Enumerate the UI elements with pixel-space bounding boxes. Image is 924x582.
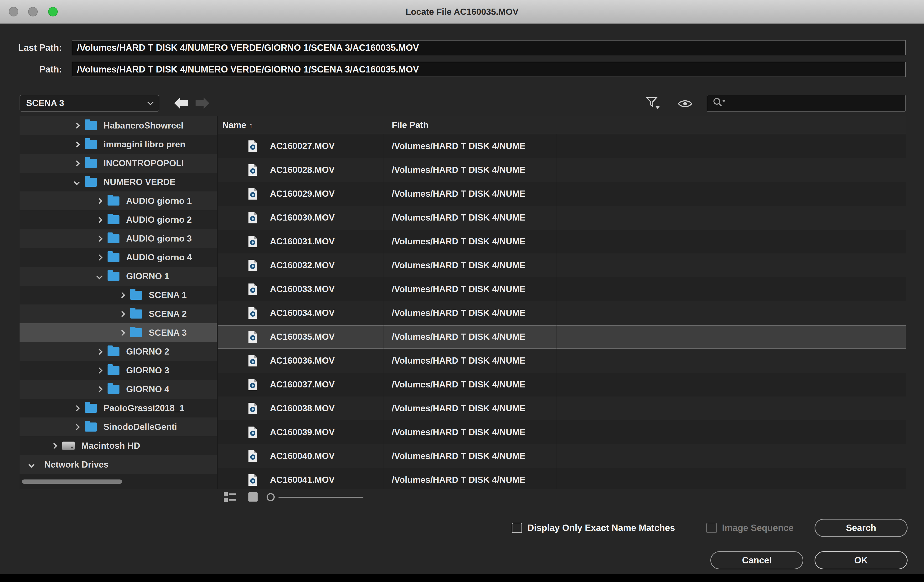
chevron-right-icon[interactable]	[93, 210, 106, 229]
file-row[interactable]: AC160036.MOV/Volumes/HARD T DISK 4/NUME	[218, 349, 906, 373]
horizontal-scrollbar[interactable]	[22, 480, 122, 484]
chevron-right-icon[interactable]	[71, 135, 83, 154]
folder-icon	[130, 328, 142, 337]
tree-item-immagini-libro-pren[interactable]: immagini libro pren	[20, 135, 217, 154]
file-row[interactable]: AC160030.MOV/Volumes/HARD T DISK 4/NUME	[218, 206, 906, 229]
file-row[interactable]: AC160037.MOV/Volumes/HARD T DISK 4/NUME	[218, 373, 906, 396]
ok-button[interactable]: OK	[815, 551, 908, 569]
file-name: AC160035.MOV	[270, 325, 335, 349]
tree-item-numero-verde[interactable]: NUMERO VERDE	[20, 173, 217, 191]
column-divider	[556, 116, 557, 489]
chevron-right-icon[interactable]	[93, 361, 106, 380]
tree-item-habaneroshowreel[interactable]: HabaneroShowreel	[20, 116, 217, 135]
chevron-right-icon[interactable]	[71, 154, 83, 173]
tree-item-scena-3[interactable]: SCENA 3	[20, 323, 217, 342]
list-view-button[interactable]	[223, 491, 236, 504]
zoom-slider-track[interactable]	[279, 497, 363, 498]
chevron-right-icon[interactable]	[93, 229, 106, 248]
file-name: AC160036.MOV	[270, 349, 335, 373]
tree-item-giorno-2[interactable]: GIORNO 2	[20, 342, 217, 361]
tree-item-scena-1[interactable]: SCENA 1	[20, 286, 217, 305]
tree-item-label: immagini libro pren	[104, 140, 185, 150]
column-header-file-path[interactable]: File Path	[392, 116, 429, 134]
media-file-icon	[248, 283, 257, 296]
file-path: /Volumes/HARD T DISK 4/NUME	[392, 325, 555, 349]
tree-item-label: AUDIO giorno 4	[126, 252, 192, 262]
last-path-field[interactable]: /Volumes/HARD T DISK 4/NUMERO VERDE/GIOR…	[72, 40, 906, 55]
file-row[interactable]: AC160039.MOV/Volumes/HARD T DISK 4/NUME	[218, 420, 906, 444]
chevron-right-icon[interactable]	[93, 342, 106, 361]
tree-item-giorno-1[interactable]: GIORNO 1	[20, 267, 217, 286]
tree-item-paolograssi2018-1[interactable]: PaoloGrassi2018_1	[20, 399, 217, 417]
column-divider	[383, 116, 383, 489]
file-path: /Volumes/HARD T DISK 4/NUME	[392, 396, 555, 420]
chevron-right-icon[interactable]	[48, 436, 60, 455]
folder-icon	[85, 422, 97, 432]
chevron-down-icon[interactable]	[93, 267, 106, 286]
file-row[interactable]: AC160041.MOV/Volumes/HARD T DISK 4/NUME	[218, 468, 906, 489]
image-sequence-checkbox[interactable]	[706, 523, 717, 533]
search-button[interactable]: Search	[815, 519, 908, 537]
column-header-name[interactable]: Name↑	[222, 116, 253, 134]
tree-item-sinododellegenti[interactable]: SinodoDelleGenti	[20, 417, 217, 436]
tree-item-network-drives[interactable]: Network Drives	[20, 455, 217, 474]
chevron-down-icon[interactable]	[71, 173, 83, 191]
tree-item-label: GIORNO 1	[126, 271, 169, 281]
path-field[interactable]: /Volumes/HARD T DISK 4/NUMERO VERDE/GIOR…	[72, 62, 906, 77]
file-name: AC160031.MOV	[270, 229, 335, 254]
tree-item-audio-giorno-1[interactable]: AUDIO giorno 1	[20, 191, 217, 210]
tree-item-audio-giorno-2[interactable]: AUDIO giorno 2	[20, 210, 217, 229]
tree-item-scena-2[interactable]: SCENA 2	[20, 305, 217, 323]
file-row[interactable]: AC160035.MOV/Volumes/HARD T DISK 4/NUME	[218, 325, 906, 349]
file-path: /Volumes/HARD T DISK 4/NUME	[392, 182, 555, 206]
chevron-right-icon[interactable]	[116, 286, 128, 305]
folder-tree: HabaneroShowreelimmagini libro prenINCON…	[20, 116, 217, 489]
tree-item-audio-giorno-3[interactable]: AUDIO giorno 3	[20, 229, 217, 248]
locate-file-dialog: Locate File AC160035.MOV Last Path: /Vol…	[0, 0, 924, 582]
file-row[interactable]: AC160032.MOV/Volumes/HARD T DISK 4/NUME	[218, 254, 906, 277]
media-file-icon	[248, 331, 257, 344]
display-only-exact-checkbox-group[interactable]: Display Only Exact Name Matches	[512, 519, 675, 537]
file-row[interactable]: AC160028.MOV/Volumes/HARD T DISK 4/NUME	[218, 158, 906, 182]
display-only-exact-checkbox[interactable]	[512, 523, 522, 533]
chevron-down-icon[interactable]	[25, 455, 38, 474]
cancel-button[interactable]: Cancel	[710, 551, 804, 569]
forward-button[interactable]	[196, 97, 210, 110]
file-list-header: Name↑ File Path	[218, 116, 906, 134]
chevron-right-icon[interactable]	[116, 305, 128, 323]
file-path: /Volumes/HARD T DISK 4/NUME	[392, 206, 555, 229]
media-file-icon	[248, 259, 257, 272]
tree-item-macintosh-hd[interactable]: Macintosh HD	[20, 436, 217, 455]
file-row[interactable]: AC160033.MOV/Volumes/HARD T DISK 4/NUME	[218, 277, 906, 301]
back-button[interactable]	[174, 97, 188, 110]
chevron-right-icon[interactable]	[93, 248, 106, 267]
folder-icon	[130, 291, 142, 300]
chevron-right-icon[interactable]	[93, 191, 106, 210]
tree-item-audio-giorno-4[interactable]: AUDIO giorno 4	[20, 248, 217, 267]
search-input[interactable]	[707, 95, 906, 112]
tree-item-label: AUDIO giorno 3	[126, 234, 192, 244]
tree-item-giorno-4[interactable]: GIORNO 4	[20, 380, 217, 399]
file-path: /Volumes/HARD T DISK 4/NUME	[392, 254, 555, 277]
eye-icon[interactable]	[677, 98, 693, 110]
chevron-right-icon[interactable]	[71, 116, 83, 135]
file-row[interactable]: AC160034.MOV/Volumes/HARD T DISK 4/NUME	[218, 301, 906, 325]
file-row[interactable]: AC160040.MOV/Volumes/HARD T DISK 4/NUME	[218, 444, 906, 468]
chevron-right-icon[interactable]	[93, 380, 106, 399]
file-row[interactable]: AC160027.MOV/Volumes/HARD T DISK 4/NUME	[218, 134, 906, 158]
thumbnail-view-button[interactable]	[247, 491, 259, 504]
chevron-right-icon[interactable]	[116, 323, 128, 342]
file-row[interactable]: AC160029.MOV/Volumes/HARD T DISK 4/NUME	[218, 182, 906, 206]
chevron-right-icon[interactable]	[71, 417, 83, 436]
file-row[interactable]: AC160031.MOV/Volumes/HARD T DISK 4/NUME	[218, 229, 906, 254]
tree-item-incontropopoli[interactable]: INCONTROPOPOLI	[20, 154, 217, 173]
file-row[interactable]: AC160038.MOV/Volumes/HARD T DISK 4/NUME	[218, 396, 906, 420]
tree-item-label: GIORNO 3	[126, 366, 169, 376]
location-dropdown[interactable]: SCENA 3	[20, 95, 159, 112]
filter-icon[interactable]	[645, 96, 660, 112]
tree-item-giorno-3[interactable]: GIORNO 3	[20, 361, 217, 380]
zoom-slider-handle[interactable]	[267, 493, 275, 501]
media-file-icon	[248, 140, 257, 153]
tree-item-label: PaoloGrassi2018_1	[104, 403, 184, 413]
chevron-right-icon[interactable]	[71, 399, 83, 417]
